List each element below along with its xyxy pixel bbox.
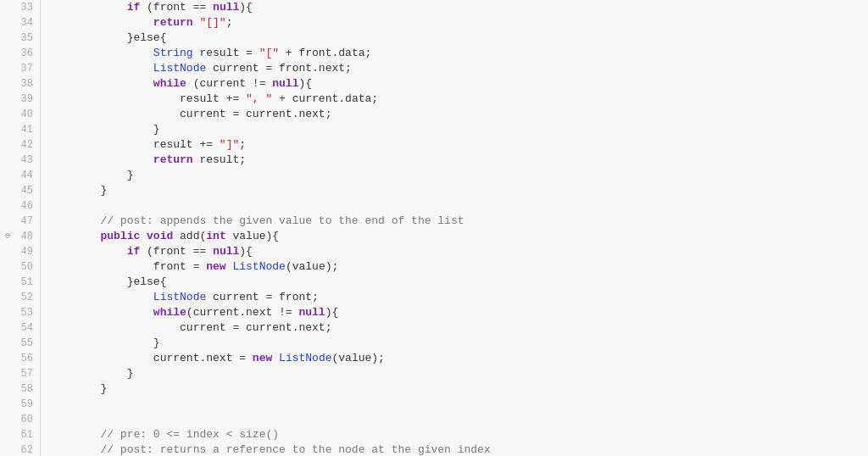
token: ListNode [153,61,206,76]
token: int [206,229,225,244]
token: == [186,0,213,15]
token [47,76,153,92]
line-number: 42 [7,137,33,153]
line-number: 37 [7,61,33,76]
token [47,351,153,366]
token: null [213,0,239,15]
token [47,442,100,456]
line-number: 51 [7,275,33,290]
code-line: } [47,168,868,183]
token [47,31,127,46]
token: (current != [186,76,272,92]
token: result += [180,92,246,107]
token [47,336,153,351]
token [47,305,153,320]
token: } [153,122,160,137]
line-number: 41 [7,122,33,137]
token: public [100,229,140,244]
code-line [47,412,868,427]
code-line: } [47,381,868,397]
code-line [47,397,868,412]
token: "]" [220,137,239,153]
code-line: // post: returns a reference to the node… [47,442,868,456]
token: return [153,153,193,168]
code-line: } [47,366,868,381]
code-line: ListNode current = front; [47,290,868,305]
code-line: // pre: 0 <= index < size() [47,427,868,442]
token: add( [173,229,206,244]
token: current = front; [206,290,319,305]
token [47,137,153,153]
token: == [186,244,213,259]
token: ){ [239,0,253,15]
token [47,320,180,336]
code-line: while (current != null){ [47,76,868,92]
line-number: 57 [7,366,33,381]
token: null [213,244,239,259]
code-line: if (front == null){ [47,244,868,259]
collapse-icon[interactable]: ⊖ [5,229,10,244]
line-number: 56 [7,351,33,366]
token: ; [226,15,233,31]
token: current = current.next; [180,320,331,336]
token: } [100,381,107,397]
code-line: while(current.next != null){ [47,305,868,320]
token: (value); [332,351,385,366]
token: current.next = [153,351,253,366]
token: ){ [326,305,339,320]
line-number: 36 [7,46,33,61]
token: + front.data; [279,46,371,61]
code-line: // post: appends the given value to the … [47,214,868,229]
code-line: front = new ListNode(value); [47,259,868,275]
line-number: 54 [7,320,33,336]
code-line: } [47,183,868,198]
token [47,0,127,15]
token [272,351,279,366]
line-number: 61 [7,427,33,442]
line-number: 49 [7,244,33,259]
token: = [186,259,206,275]
token [47,153,153,168]
code-line: } [47,336,868,351]
line-number: 44 [7,168,33,183]
line-number: 62 [7,442,33,456]
code-line: current = current.next; [47,107,868,122]
line-number: ⊖48 [7,229,33,244]
token: // pre: 0 <= index < size() [100,427,279,442]
token: "[]" [199,15,225,31]
token [47,183,100,198]
token [47,214,100,229]
token: result = [193,46,259,61]
token: null [298,305,325,320]
token: ", " [246,92,272,107]
token: } [100,183,107,198]
line-number: 38 [7,76,33,92]
token [193,15,200,31]
token: while [153,305,186,320]
token [226,259,233,275]
token: current = current.next; [180,107,331,122]
line-number: 39 [7,92,33,107]
token [47,427,100,442]
code-line: }else{ [47,275,868,290]
token: result += [153,137,220,153]
token: (value); [286,259,338,275]
token: ListNode [153,290,206,305]
code-line [47,198,868,214]
token [47,15,153,31]
token [47,46,153,61]
token [140,229,147,244]
line-number: 55 [7,336,33,351]
token: null [272,76,298,92]
code-line: result += "]"; [47,137,868,153]
code-line: } [47,122,868,137]
code-line: String result = "[" + front.data; [47,46,868,61]
line-number: 59 [7,397,33,412]
line-numbers: 333435363738394041424344454647⊖484950515… [0,0,41,456]
line-number: 40 [7,107,33,122]
line-number: 47 [7,214,33,229]
token: front [153,259,186,275]
token: } [127,366,134,381]
token: current = front.next; [206,61,352,76]
token: if [127,0,141,15]
